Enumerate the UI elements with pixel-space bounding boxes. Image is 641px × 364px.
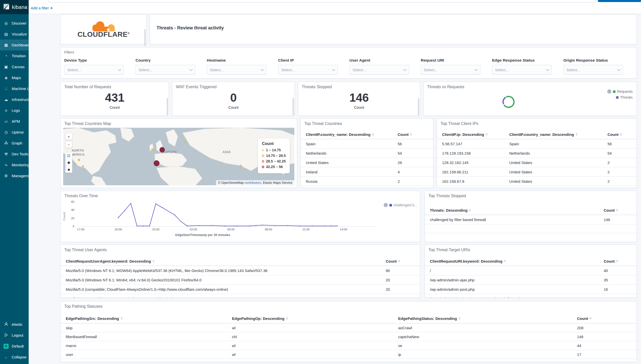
sidebar-item-dev-tools[interactable]: ⚒Dev Tools — [0, 149, 29, 159]
world-map[interactable]: NORTH AMERICA EUROPE ASIA — [63, 128, 294, 185]
filter-bar: Add a filter+ — [29, 2, 641, 14]
sidebar-item-management[interactable]: ⚙Management — [0, 170, 29, 181]
column-header[interactable]: Count — [386, 259, 415, 263]
sidebar-item-visualize[interactable]: ▤Visualize — [0, 29, 29, 40]
sidebar-item-default-space[interactable]: D Default — [0, 341, 29, 352]
user-agent-select[interactable]: Select... — [349, 65, 409, 75]
panel-title: Top Threat Countries — [304, 121, 342, 126]
sidebar-item-canvas[interactable]: ▣Canvas — [0, 61, 29, 72]
legend-label[interactable]: challenged b... — [394, 203, 417, 207]
x-axis-title: EdgeStartTimestamp per 30 minutes — [175, 233, 230, 237]
panel-scrollbar[interactable] — [144, 29, 146, 46]
request-uri-select[interactable]: Select... — [421, 65, 480, 75]
sidebar-item-maps[interactable]: ◈Maps — [0, 72, 29, 83]
rectangle-tool-icon[interactable]: ■ — [65, 166, 72, 173]
threats-vs-requests-panel: Threats vs Requests ›Requests Threats — [423, 82, 637, 116]
threats-vs-requests-donut[interactable] — [502, 95, 515, 109]
threats-over-time-chart[interactable]: Count EdgeStartTimestamp per 30 minutes … — [61, 198, 420, 242]
country-select[interactable]: Select... — [136, 65, 195, 75]
bubble-us[interactable] — [74, 163, 76, 165]
sidebar-item-logout[interactable]: Logout — [0, 330, 29, 341]
column-header[interactable]: ClientIP.ip: Descending — [442, 132, 509, 137]
sidebar-item-discover[interactable]: ◎Discover — [0, 18, 29, 29]
sidebar-item-infrastructure[interactable]: ☁Infrastructure — [0, 94, 29, 105]
sort-icon — [616, 260, 618, 262]
legend-range-label: 42.25 – 56 — [266, 165, 283, 169]
legend-label[interactable]: Threats — [620, 95, 633, 99]
legend-ring-yellow — [262, 149, 264, 151]
chevron-down-icon — [189, 68, 193, 71]
bubble-ireland[interactable] — [151, 149, 154, 151]
column-header[interactable]: ClientIP.country_name: Descending — [306, 132, 398, 137]
sidebar-item-uptime[interactable]: ◷Uptime — [0, 127, 29, 138]
hostname-select[interactable]: Select... — [207, 65, 266, 75]
top-pathing-statuses-panel: Top Pathing Statuses EdgePathingSrc: Des… — [60, 301, 637, 362]
zoom-out-button[interactable]: − — [65, 141, 72, 148]
edge-response-status-select[interactable]: Select... — [492, 65, 552, 75]
sidebar-footer: elastic Logout D Default ← Collapse — [0, 319, 29, 364]
sidebar-item-logs[interactable]: ≡Logs — [0, 105, 29, 116]
column-header[interactable]: Count — [604, 259, 632, 263]
client-ip-select[interactable]: Select... — [278, 65, 338, 75]
column-header[interactable]: Count — [608, 132, 632, 137]
panel-scrollbar[interactable] — [293, 98, 294, 115]
table-row-empty — [425, 233, 637, 242]
column-header[interactable]: Count — [577, 316, 632, 321]
svg-text:20:00: 20:00 — [115, 228, 122, 231]
column-header[interactable]: Threats: Descending — [430, 208, 604, 212]
panel-scrollbar[interactable] — [418, 98, 419, 115]
column-header[interactable]: Count — [604, 208, 632, 212]
kibana-dashboard-page: kibana ◎Discover ▤Visualize ▦Dashboard ◔… — [0, 0, 641, 364]
sidebar-item-label: Timelion — [12, 54, 26, 58]
kibana-logo-band[interactable]: kibana — [0, 0, 29, 14]
sidebar-item-machine-learning[interactable]: ∴Machine Le... — [0, 83, 29, 94]
sidebar-item-apm[interactable]: ▱APM — [0, 116, 29, 127]
top-threat-target-uris-panel: Top Threat Target URIs ClientRequestURI.… — [425, 245, 637, 298]
gear-icon: ⚙ — [3, 174, 9, 178]
crop-tool-icon[interactable]: ⊡ — [65, 152, 72, 159]
osm-contributors-link[interactable]: contributors, — [244, 181, 262, 185]
sidebar-item-collapse[interactable]: ← Collapse — [0, 352, 29, 362]
device-type-select[interactable]: Select... — [64, 65, 124, 75]
bubble-us[interactable] — [82, 166, 84, 167]
zoom-in-button[interactable]: + — [65, 133, 72, 140]
update-button[interactable] — [598, 0, 641, 2]
origin-response-status-select[interactable]: Select... — [563, 65, 623, 75]
column-header[interactable]: Count — [398, 132, 428, 137]
bubble-spain[interactable] — [154, 160, 159, 166]
sidebar-item-timelion[interactable]: ◔Timelion — [0, 50, 29, 61]
add-filter-button[interactable]: Add a filter+ — [31, 6, 53, 11]
threats-stopped-table: Threats: Descending Count challenged by … — [425, 206, 637, 242]
column-header[interactable]: ClientRequestURI.keyword: Descending — [430, 259, 604, 263]
sidebar-item-graph[interactable]: ⁂Graph — [0, 138, 29, 149]
bubble-russia[interactable] — [184, 141, 186, 143]
table-row: 162.158.66.211United States2 — [437, 167, 637, 177]
legend-collapse-icon[interactable]: › — [607, 89, 611, 94]
column-header[interactable]: EdgePathingSrc: Descending — [66, 316, 232, 321]
sort-icon — [372, 133, 374, 136]
query-input[interactable] — [48, 0, 596, 3]
map-legend-title: Count — [262, 141, 286, 146]
bubble-us[interactable] — [78, 159, 80, 161]
column-header[interactable]: ClientIP.country_name: Descending — [509, 132, 608, 137]
machine-learning-icon: ∴ — [3, 86, 9, 91]
panel-scrollbar[interactable] — [167, 98, 168, 115]
svg-text:20: 20 — [71, 217, 74, 220]
legend-collapse-icon[interactable]: › — [384, 203, 388, 207]
polygon-tool-icon[interactable]: ◆ — [65, 159, 72, 166]
metric-threats-stopped-panel: Threats Stopped 146Count — [298, 82, 420, 116]
column-header[interactable]: EdgePathingStatus: Descending — [398, 316, 577, 321]
sidebar-item-elastic-user[interactable]: elastic — [0, 319, 29, 330]
bubble-netherlands[interactable] — [160, 147, 165, 152]
column-header[interactable]: EdgePathingOp: Descending — [232, 316, 398, 321]
column-header[interactable]: ClientRequestUserAgent.keyword: Descendi… — [66, 259, 386, 263]
sort-icon — [286, 317, 288, 320]
chevron-down-icon — [546, 68, 549, 71]
sort-desc-icon — [589, 318, 592, 319]
bubble-china[interactable] — [240, 165, 242, 167]
sidebar-item-monitoring[interactable]: ∿Monitoring — [0, 159, 29, 170]
sidebar-item-dashboard[interactable]: ▦Dashboard — [0, 40, 29, 50]
legend-label[interactable]: Requests — [617, 89, 633, 94]
table-row: Russia2 — [301, 177, 433, 186]
filter-label: Device Type — [64, 58, 124, 63]
